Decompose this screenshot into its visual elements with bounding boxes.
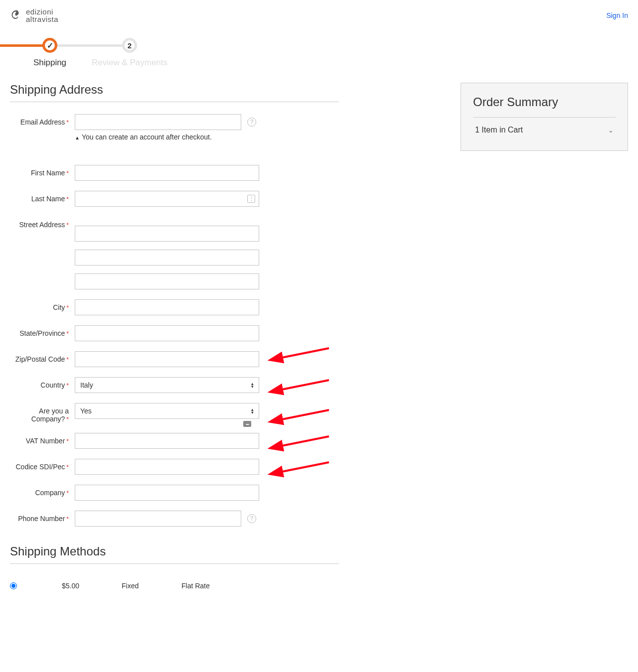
label-company: Company* [10,485,75,497]
contact-card-icon: ⋮ [247,195,255,203]
email-field[interactable] [75,114,241,130]
label-sdi: Codice SDI/Pec* [10,459,75,471]
gecko-icon [10,8,24,22]
last-name-field[interactable] [75,191,259,207]
logo[interactable]: edizioni altravista [10,8,58,23]
method-price: $5.00 [62,582,122,590]
signin-link[interactable]: Sign In [606,11,628,19]
label-first-name: First Name* [10,165,75,177]
step-2-label: Review & Payments [92,58,167,68]
country-select[interactable]: Italy ▴▾ [75,377,259,393]
company-field[interactable] [75,485,259,501]
label-company-q: Are you a Company?* [10,403,75,423]
zip-field[interactable] [75,351,259,367]
logo-text-top: edizioni [26,8,58,15]
street-3-field[interactable] [75,273,259,289]
step-1-circle: ✓ [42,38,57,53]
password-badge-icon: ••• [243,421,251,427]
label-city: City* [10,299,75,311]
label-email: Email Address* [10,114,75,126]
shipping-address-title: Shipping Address [10,83,339,102]
email-hint: ▲You can create an account after checkou… [75,133,241,141]
state-field[interactable] [75,325,259,341]
order-summary: Order Summary 1 Item in Cart ⌄ [461,83,628,151]
method-type: Fixed [122,582,181,590]
street-1-field[interactable] [75,226,259,242]
vat-field[interactable] [75,433,259,449]
order-summary-title: Order Summary [473,95,616,118]
progress-bar: ✓ Shipping 2 Review & Payments [10,38,169,68]
step-2-circle: 2 [122,38,137,53]
label-vat: VAT Number* [10,433,75,445]
label-country: Country* [10,377,75,389]
cart-toggle[interactable]: 1 Item in Cart ⌄ [473,118,616,138]
company-q-select[interactable]: Yes ▴▾ [75,403,259,419]
chevron-updown-icon: ▴▾ [251,382,254,388]
label-zip: Zip/Postal Code* [10,351,75,363]
label-last-name: Last Name* [10,191,75,203]
chevron-down-icon: ⌄ [608,127,614,134]
help-icon[interactable]: ? [247,514,256,523]
logo-text-bottom: altravista [26,15,58,23]
street-2-field[interactable] [75,250,259,266]
sdi-field[interactable] [75,459,259,475]
label-state: State/Province* [10,325,75,337]
city-field[interactable] [75,299,259,315]
label-street: Street Address* [10,217,75,229]
shipping-method-row[interactable]: $5.00 Fixed Flat Rate [10,576,339,596]
check-icon: ✓ [47,41,53,50]
radio-selected[interactable] [10,582,17,589]
shipping-methods-title: Shipping Methods [10,544,339,564]
phone-field[interactable] [75,511,241,527]
help-icon[interactable]: ? [247,118,256,127]
page-header: edizioni altravista Sign In [10,8,628,28]
first-name-field[interactable] [75,165,259,181]
label-phone: Phone Number* [10,511,75,523]
chevron-updown-icon: ▴▾ [251,408,254,414]
method-rate: Flat Rate [181,582,241,590]
step-1-label: Shipping [33,58,66,68]
